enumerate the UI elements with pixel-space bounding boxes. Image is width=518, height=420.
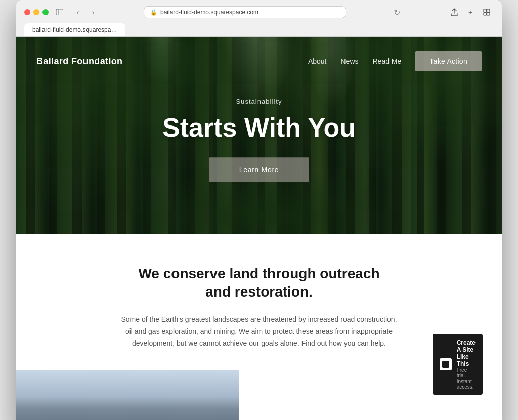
back-button[interactable]: ‹ — [71, 5, 85, 19]
badge-text: Create A Site Like This Free trial. Inst… — [457, 339, 476, 390]
browser-actions: + — [447, 5, 494, 19]
browser-window: ‹ › 🔒 bailard-fluid-demo.squarespace.com… — [16, 0, 502, 420]
maximize-button[interactable] — [42, 9, 49, 15]
svg-rect-5 — [487, 13, 490, 16]
site-content: Bailard Foundation About News Read Me Ta… — [16, 37, 502, 420]
nav-read-me[interactable]: Read Me — [373, 57, 402, 65]
new-tab-button[interactable]: + — [463, 5, 478, 19]
svg-rect-4 — [484, 13, 487, 16]
nav-links: About News Read Me Take Action — [308, 51, 482, 71]
nav-buttons: ‹ › — [71, 5, 100, 19]
address-bar[interactable]: 🔒 bailard-fluid-demo.squarespace.com — [144, 6, 346, 18]
hero-eyebrow: Sustainability — [107, 98, 411, 105]
share-button[interactable] — [447, 5, 461, 19]
traffic-lights — [24, 9, 49, 15]
active-tab[interactable]: bailard-fluid-demo.squarespace.com — [24, 23, 125, 36]
windows-button[interactable] — [480, 5, 494, 19]
content-section: We conserve land through outreach and re… — [16, 234, 502, 370]
nav-about[interactable]: About — [308, 57, 327, 65]
content-headline: We conserve land through outreach and re… — [138, 265, 380, 302]
svg-rect-0 — [56, 9, 63, 15]
hero-title: Starts With You — [107, 113, 411, 142]
site-nav: Bailard Foundation About News Read Me Ta… — [16, 37, 502, 86]
close-button[interactable] — [24, 9, 30, 15]
svg-rect-2 — [484, 9, 487, 12]
squarespace-logo-icon — [440, 358, 452, 370]
nav-cta-button[interactable]: Take Action — [415, 51, 482, 71]
squarespace-badge[interactable]: Create A Site Like This Free trial. Inst… — [433, 334, 483, 395]
lock-icon: 🔒 — [150, 9, 157, 16]
reload-button[interactable]: ↻ — [390, 5, 404, 19]
forward-button[interactable]: › — [86, 5, 100, 19]
tab-bar: bailard-fluid-demo.squarespace.com — [24, 23, 494, 36]
browser-chrome: ‹ › 🔒 bailard-fluid-demo.squarespace.com… — [16, 0, 502, 37]
badge-title: Create A Site Like This — [457, 339, 476, 367]
url-text: bailard-fluid-demo.squarespace.com — [160, 9, 258, 16]
content-body: Some of the Earth's greatest landscapes … — [117, 314, 401, 350]
minimize-button[interactable] — [33, 9, 39, 15]
hero-section: Bailard Foundation About News Read Me Ta… — [16, 37, 502, 234]
site-logo: Bailard Foundation — [36, 56, 122, 67]
badge-subtitle: Free trial. Instant access. — [457, 367, 476, 390]
bottom-section — [16, 370, 502, 420]
sidebar-toggle-icon[interactable] — [55, 7, 65, 17]
hero-cta-button[interactable]: Learn More — [209, 157, 310, 182]
hero-content: Sustainability Starts With You Learn Mor… — [107, 98, 411, 182]
svg-rect-3 — [487, 9, 490, 12]
nav-news[interactable]: News — [340, 57, 358, 65]
thumbnail-image — [16, 370, 239, 420]
